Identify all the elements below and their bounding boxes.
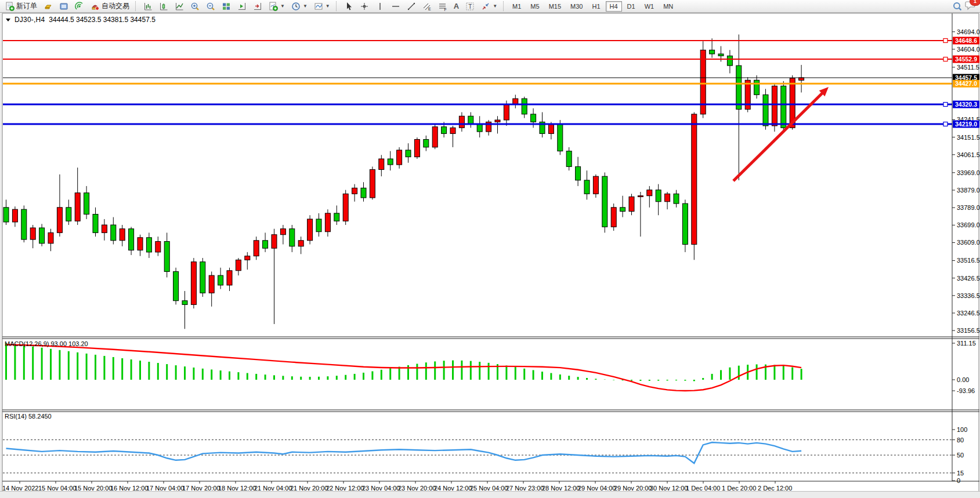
chevron-down-icon: ▼	[280, 3, 285, 9]
rsi-tick-label: 80	[957, 437, 964, 444]
auto-trading-icon	[91, 2, 100, 11]
candle	[182, 301, 187, 305]
macd-values: 93.00 103.20	[50, 340, 88, 347]
candle	[754, 80, 760, 94]
candle	[254, 241, 259, 256]
candle	[477, 124, 482, 132]
candle	[531, 114, 536, 122]
crosshair-icon[interactable]	[357, 1, 372, 12]
price-tick-label: 33426.5	[957, 275, 980, 282]
candle	[280, 229, 285, 235]
candle	[611, 208, 616, 227]
price-badge-label: 34648.6	[955, 37, 977, 44]
candle	[799, 78, 804, 80]
candle	[397, 150, 402, 165]
rsi-tick-label: 15	[957, 470, 964, 477]
candle	[30, 228, 35, 239]
candle	[602, 176, 607, 227]
line-handle-marker[interactable]	[943, 39, 948, 43]
candlestick-chart-icon[interactable]	[156, 1, 171, 12]
timeframe-button-MN[interactable]: MN	[659, 1, 677, 12]
candle	[459, 116, 464, 128]
line-handle-marker[interactable]	[943, 57, 948, 61]
candle	[111, 225, 116, 241]
signals-icon[interactable]	[72, 1, 87, 12]
zoom-out-icon[interactable]	[203, 1, 218, 12]
price-tick-label: 34511.5	[957, 64, 979, 71]
chart-shift-icon[interactable]	[250, 1, 265, 12]
timeframe-toolbar: M1M5M15M30H1H4D1W1MN	[508, 1, 677, 12]
price-tick-label: 33699.0	[957, 221, 980, 228]
new-order-icon	[5, 2, 15, 11]
candle	[227, 271, 232, 285]
auto-trading-button[interactable]: 自动交易	[88, 0, 132, 13]
timeframe-button-M15[interactable]: M15	[545, 1, 565, 12]
candle	[522, 99, 527, 114]
timeframe-button-M1[interactable]: M1	[508, 1, 525, 12]
candle	[710, 50, 715, 54]
candle	[3, 208, 9, 222]
auto-scroll-icon[interactable]	[234, 1, 249, 12]
cursor-icon[interactable]	[341, 1, 356, 12]
chart-canvas[interactable]: 34694.034604.034511.534241.534151.534061…	[0, 13, 980, 492]
horizontal-line-icon[interactable]	[388, 1, 403, 12]
equidistant-channel-icon[interactable]: E	[420, 1, 435, 12]
navigator-icon[interactable]	[56, 1, 71, 12]
rsi-tick-label: 50	[957, 452, 964, 459]
candle	[361, 188, 366, 198]
periods-button[interactable]: ▼	[288, 0, 310, 13]
candle	[727, 56, 732, 66]
bar-chart-icon[interactable]	[140, 1, 156, 12]
zoom-in-icon[interactable]	[187, 1, 202, 12]
text-label-icon[interactable]: T	[462, 1, 478, 12]
candle	[432, 127, 437, 147]
chart-title: DJ30-,H4 34444.5 34523.5 34381.5 34457.5	[6, 16, 156, 24]
line-handle-marker[interactable]	[943, 122, 948, 126]
candle	[665, 194, 670, 201]
candle	[450, 128, 455, 133]
timeframe-button-M30[interactable]: M30	[566, 1, 587, 12]
arrows-button[interactable]: ▼	[478, 0, 500, 13]
toolbar-grip	[336, 1, 338, 11]
candle	[66, 208, 71, 221]
timeframe-button-D1[interactable]: D1	[623, 1, 639, 12]
candle	[84, 193, 89, 215]
trendline-icon[interactable]	[404, 1, 419, 12]
new-order-button[interactable]: 新订单	[2, 0, 40, 13]
price-tick-label: 33336.5	[957, 292, 980, 299]
price-tick-label: 33789.0	[957, 204, 980, 211]
candle	[21, 209, 27, 239]
notifications-button[interactable]: 1	[965, 0, 977, 13]
indicators-button[interactable]: ▼	[266, 0, 288, 13]
price-badge-label: 34219.0	[955, 121, 977, 128]
timeframe-button-H1[interactable]: H1	[588, 1, 604, 12]
timeframe-button-W1[interactable]: W1	[641, 1, 659, 12]
candle	[548, 124, 554, 134]
candle	[325, 213, 330, 232]
line-handle-marker[interactable]	[943, 103, 948, 107]
fibonacci-icon[interactable]: F	[435, 1, 450, 12]
timeframe-button-H4[interactable]: H4	[606, 1, 622, 12]
vertical-line-icon[interactable]	[373, 1, 388, 12]
symbol-dropdown-icon[interactable]	[6, 19, 10, 21]
candle	[352, 188, 357, 194]
candle	[12, 209, 17, 222]
chevron-down-icon: ▼	[303, 3, 308, 9]
candle	[48, 232, 53, 243]
candle	[379, 159, 384, 169]
quotes-icon[interactable]	[41, 1, 56, 12]
timeframe-button-M5[interactable]: M5	[526, 1, 543, 12]
line-chart-icon[interactable]	[172, 1, 187, 12]
text-icon[interactable]: A	[451, 0, 462, 13]
templates-button[interactable]: ▼	[311, 0, 333, 13]
candle	[263, 241, 268, 248]
tile-windows-icon[interactable]	[219, 1, 234, 12]
macd-label: MACD(12,26,9) 93.00 103.20	[5, 340, 88, 347]
search-icon[interactable]	[952, 2, 961, 11]
candle	[343, 194, 348, 221]
candle	[638, 196, 643, 197]
macd-tick-label: 0.00	[957, 376, 969, 383]
candle	[298, 241, 303, 246]
arrows-icon	[481, 2, 490, 11]
notification-count-badge: 1	[970, 0, 980, 6]
